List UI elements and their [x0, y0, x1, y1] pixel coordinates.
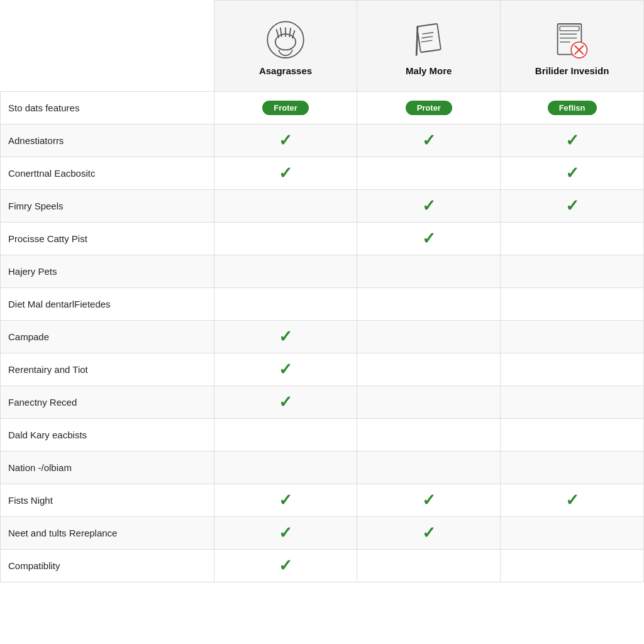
feature-label: Campade	[1, 321, 214, 353]
col3-value: ✓	[501, 157, 644, 190]
feature-label: Neet and tults Rereplance	[1, 517, 214, 550]
feature-label: Dald Kary eacbists	[1, 419, 214, 452]
col3-value	[501, 452, 644, 484]
table-row: Sto dats featuresFroterProterFeflisn	[1, 92, 644, 125]
table-row: Nation -/olbiam	[1, 452, 644, 484]
col2-value	[357, 550, 501, 582]
feature-label: Fists Night	[1, 484, 214, 517]
col1-value	[214, 288, 357, 321]
col2-value	[357, 255, 501, 288]
notebook-icon	[406, 18, 452, 65]
col3-value	[501, 321, 644, 353]
check-mark: ✓	[279, 392, 292, 411]
col2-value	[357, 157, 501, 190]
table-row: Campade✓	[1, 321, 644, 353]
col2-value	[357, 353, 501, 386]
feature-label: Nation -/olbiam	[1, 452, 214, 484]
check-mark: ✓	[565, 164, 579, 182]
feature-label: Compatiblity	[1, 550, 214, 582]
col2-value: ✓	[357, 517, 501, 550]
col2-value: ✓	[357, 125, 501, 157]
col2-value	[357, 452, 501, 484]
col3-value	[501, 386, 644, 419]
check-mark: ✓	[279, 131, 292, 150]
col1-label: Asagrasses	[259, 65, 312, 76]
feature-label: Hajery Pets	[1, 255, 214, 288]
col1-value: ✓	[214, 321, 357, 353]
plan-badge: Feflisn	[548, 101, 597, 115]
check-mark: ✓	[422, 229, 436, 248]
feature-label: Diet Mal dentarlFietedes	[1, 288, 214, 321]
comparison-table: Asagrasses	[0, 0, 644, 644]
col1-value: ✓	[214, 484, 357, 517]
svg-line-10	[421, 36, 433, 38]
check-mark: ✓	[279, 491, 292, 509]
col2-value	[357, 419, 501, 452]
col3-value: ✓	[501, 190, 644, 223]
col1-header: Asagrasses	[214, 1, 357, 92]
table-row: Dald Kary eacbists	[1, 419, 644, 452]
col2-header: Maly More	[357, 1, 501, 92]
check-mark: ✓	[279, 360, 292, 379]
check-mark: ✓	[279, 556, 292, 575]
col3-value	[501, 517, 644, 550]
table-row: Hajery Pets	[1, 255, 644, 288]
col3-label: Brilider Invesidn	[535, 65, 609, 76]
feature-label: Sto dats features	[1, 92, 214, 125]
col3-value	[501, 288, 644, 321]
col3-value	[501, 353, 644, 386]
table-row: Fimry Speels✓✓	[1, 190, 644, 223]
plan-badge: Froter	[262, 101, 309, 115]
col3-value: Feflisn	[501, 92, 644, 125]
col3-value: ✓	[501, 125, 644, 157]
check-mark: ✓	[565, 196, 579, 215]
check-mark: ✓	[279, 327, 292, 346]
feature-label: Rerentairy and Tiot	[1, 353, 214, 386]
col3-value	[501, 550, 644, 582]
col2-value	[357, 288, 501, 321]
table-row: Fists Night✓✓✓	[1, 484, 644, 517]
feature-label: Fimry Speels	[1, 190, 214, 223]
svg-line-9	[422, 33, 433, 35]
col3-value: ✓	[501, 484, 644, 517]
col1-value	[214, 190, 357, 223]
check-mark: ✓	[565, 491, 579, 509]
col1-value: ✓	[214, 353, 357, 386]
col1-value: ✓	[214, 550, 357, 582]
col2-value	[357, 386, 501, 419]
col2-value: ✓	[357, 484, 501, 517]
feature-label: Fanectny Reced	[1, 386, 214, 419]
check-mark: ✓	[279, 523, 292, 542]
col1-value: ✓	[214, 386, 357, 419]
col2-value: Proter	[357, 92, 501, 125]
col2-value	[357, 321, 501, 353]
svg-rect-13	[560, 26, 579, 31]
check-mark: ✓	[422, 523, 436, 542]
svg-point-0	[267, 21, 304, 58]
svg-rect-7	[417, 24, 441, 53]
col2-value: ✓	[357, 223, 501, 255]
table-row: Rerentairy and Tiot✓	[1, 353, 644, 386]
empty-header	[1, 1, 214, 92]
hand-icon	[263, 18, 308, 65]
col2-value: ✓	[357, 190, 501, 223]
col1-value	[214, 255, 357, 288]
check-mark: ✓	[422, 491, 436, 509]
check-mark: ✓	[565, 131, 579, 150]
col3-value	[501, 223, 644, 255]
table-row: Neet and tults Rereplance✓✓	[1, 517, 644, 550]
table-row: Adnestiatorrs✓✓✓	[1, 125, 644, 157]
table-row: Fanectny Reced✓	[1, 386, 644, 419]
check-mark: ✓	[279, 164, 292, 182]
table-row: Procisse Catty Pist✓	[1, 223, 644, 255]
col1-value	[214, 419, 357, 452]
feature-label: Procisse Catty Pist	[1, 223, 214, 255]
col3-header: Brilider Invesidn	[501, 1, 644, 92]
col1-value: ✓	[214, 157, 357, 190]
feature-label: Adnestiatorrs	[1, 125, 214, 157]
table-row: Compatiblity✓	[1, 550, 644, 582]
table-row: Conerttnal Eacbositc✓✓	[1, 157, 644, 190]
svg-line-8	[416, 27, 418, 55]
col2-label: Maly More	[406, 65, 452, 76]
feature-label: Conerttnal Eacbositc	[1, 157, 214, 190]
